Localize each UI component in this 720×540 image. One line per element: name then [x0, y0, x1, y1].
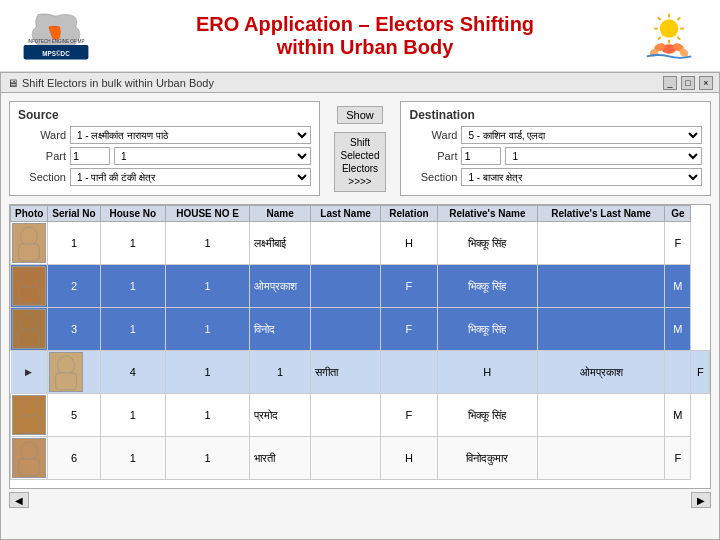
title-line2: within Urban Body	[277, 36, 454, 58]
relation-cell: F	[381, 394, 438, 437]
relative-cell: भिक्कू सिंह	[437, 394, 537, 437]
table-row[interactable]: 611भारतीHविनोदकुमारF	[11, 437, 710, 480]
house-cell: 1	[165, 351, 249, 394]
row-marker: ▶	[11, 351, 48, 394]
dest-part-input[interactable]	[461, 147, 501, 165]
house-cell: 1	[100, 222, 165, 265]
col-name: Name	[250, 206, 311, 222]
rel-last-cell	[537, 394, 664, 437]
titlebar-controls[interactable]: _ □ ×	[663, 76, 713, 90]
house-e-cell: 1	[165, 308, 249, 351]
svg-point-3	[660, 19, 679, 38]
svg-rect-19	[19, 244, 40, 261]
house-cell: 1	[100, 265, 165, 308]
dest-ward-label: Ward	[409, 129, 457, 141]
shift-selected-button[interactable]: ShiftSelectedElectors>>>>	[334, 132, 387, 192]
electors-table: Photo Serial No House No HOUSE NO E Name…	[10, 205, 710, 480]
rel-last-cell	[537, 222, 664, 265]
minimize-button[interactable]: _	[663, 76, 677, 90]
house-e-cell: 1	[165, 222, 249, 265]
titlebar-text: Shift Electors in bulk within Urban Body	[22, 77, 214, 89]
svg-point-21	[21, 270, 38, 289]
dest-section-label: Section	[409, 171, 457, 183]
col-relative: Relative's Name	[437, 206, 537, 222]
house-cell: 1	[100, 437, 165, 480]
maximize-button[interactable]: □	[681, 76, 695, 90]
dest-part-row: Part 1	[409, 147, 702, 165]
rel-last-cell	[537, 265, 664, 308]
svg-point-27	[58, 356, 75, 375]
dest-part-label: Part	[409, 150, 457, 162]
svg-rect-31	[19, 416, 40, 433]
col-lastname: Last Name	[311, 206, 381, 222]
table-row[interactable]: ▶ 411सगीताHओमप्रकाशF	[11, 351, 710, 394]
dest-part-select[interactable]: 1	[505, 147, 702, 165]
relation-cell: F	[381, 265, 438, 308]
app-title: ERO Application – Electors Shifting with…	[116, 13, 614, 59]
source-part-row: Part 1	[18, 147, 311, 165]
house-e-cell: 1	[250, 351, 311, 394]
window-titlebar: 🖥 Shift Electors in bulk within Urban Bo…	[0, 72, 720, 92]
nav-arrows: ◀ ▶	[9, 489, 711, 511]
close-button[interactable]: ×	[699, 76, 713, 90]
house-cell: 1	[100, 394, 165, 437]
gender-cell: M	[665, 394, 691, 437]
col-rel-last: Relative's Last Name	[537, 206, 664, 222]
electors-table-wrapper[interactable]: Photo Serial No House No HOUSE NO E Name…	[9, 204, 711, 489]
table-row[interactable]: 211ओमप्रकाशFभिक्कू सिंहM	[11, 265, 710, 308]
house-e-cell: 1	[165, 265, 249, 308]
source-ward-select[interactable]: 1 - लक्ष्मीकांत नारायण पाठे	[70, 126, 311, 144]
col-house: House No	[100, 206, 165, 222]
gender-cell: M	[665, 265, 691, 308]
show-button[interactable]: Show	[337, 106, 383, 124]
next-button[interactable]: ▶	[691, 492, 711, 508]
photo-cell	[11, 394, 48, 437]
source-part-input[interactable]	[70, 147, 110, 165]
svg-text:MPS©DC: MPS©DC	[42, 49, 70, 56]
name-cell: ओमप्रकाश	[250, 265, 311, 308]
dest-ward-row: Ward 5 - काशिन वार्ड, एलदा	[409, 126, 702, 144]
titlebar-label: 🖥 Shift Electors in bulk within Urban Bo…	[7, 77, 214, 89]
destination-title: Destination	[409, 108, 702, 122]
logo-left: MPS©DC INFOTECH ENGINE OF MP	[16, 8, 96, 64]
serial-cell: 3	[48, 308, 100, 351]
svg-point-33	[21, 442, 38, 461]
name-cell: सगीता	[311, 351, 381, 394]
photo-cell	[48, 351, 100, 394]
lastname-cell	[311, 265, 381, 308]
serial-cell: 2	[48, 265, 100, 308]
svg-rect-25	[19, 330, 40, 347]
photo-cell	[11, 222, 48, 265]
dest-section-select[interactable]: 1 - बाजार क्षेत्र	[461, 168, 702, 186]
table-header-row: Photo Serial No House No HOUSE NO E Name…	[11, 206, 710, 222]
source-part-select[interactable]: 1	[114, 147, 311, 165]
col-relation: Relation	[381, 206, 438, 222]
svg-rect-34	[19, 459, 40, 476]
prev-button[interactable]: ◀	[9, 492, 29, 508]
app-header: MPS©DC INFOTECH ENGINE OF MP ERO Applica…	[0, 0, 720, 72]
table-row[interactable]: 511प्रमोदFभिक्कू सिंहM	[11, 394, 710, 437]
gender-cell: M	[665, 308, 691, 351]
relation-cell: H	[437, 351, 537, 394]
rel-last-cell	[537, 437, 664, 480]
gender-cell: F	[665, 222, 691, 265]
col-house-e: HOUSE NO E	[165, 206, 249, 222]
photo-cell	[11, 437, 48, 480]
table-row[interactable]: 311विनोदFभिक्कू सिंहM	[11, 308, 710, 351]
svg-point-24	[21, 313, 38, 332]
source-panel: Source Ward 1 - लक्ष्मीकांत नारायण पाठे …	[9, 101, 320, 196]
rel-last-cell	[537, 308, 664, 351]
name-cell: प्रमोद	[250, 394, 311, 437]
lastname-cell	[311, 437, 381, 480]
source-title: Source	[18, 108, 311, 122]
gender-cell: F	[665, 437, 691, 480]
dest-ward-select[interactable]: 5 - काशिन वार्ड, एलदा	[461, 126, 702, 144]
table-row[interactable]: 111लक्ष्मीबाईHभिक्कू सिंहF	[11, 222, 710, 265]
col-serial: Serial No	[48, 206, 100, 222]
house-e-cell: 1	[165, 437, 249, 480]
source-section-select[interactable]: 1 - पानी की टंकी क्षेत्र	[70, 168, 311, 186]
relative-cell: भिक्कू सिंह	[437, 265, 537, 308]
source-section-row: Section 1 - पानी की टंकी क्षेत्र	[18, 168, 311, 186]
relative-cell: भिक्कू सिंह	[437, 222, 537, 265]
source-part-label: Part	[18, 150, 66, 162]
